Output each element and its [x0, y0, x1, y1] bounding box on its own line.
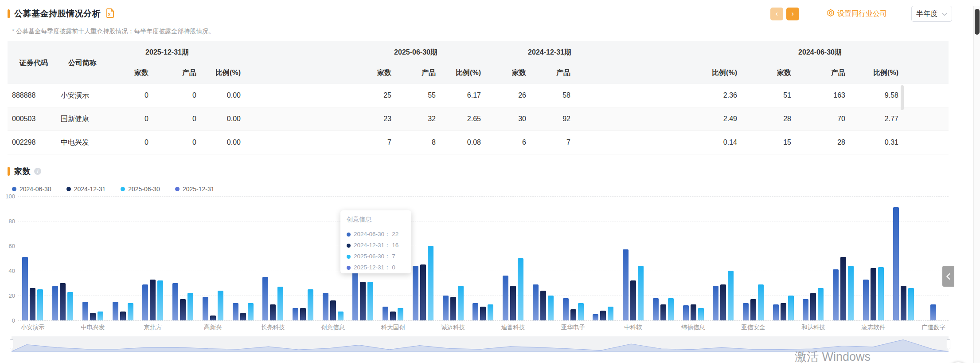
- bar-2024-06-30[interactable]: [773, 304, 779, 320]
- bar-2024-06-30[interactable]: [52, 286, 58, 320]
- bar-2025-06-30[interactable]: [398, 308, 403, 320]
- bar-2024-06-30[interactable]: [893, 207, 899, 320]
- collapse-drawer-button[interactable]: [942, 266, 954, 287]
- bar-2024-06-30[interactable]: [930, 304, 936, 320]
- bar-2024-12-31[interactable]: [390, 312, 396, 320]
- bar-2025-06-30[interactable]: [37, 289, 43, 320]
- bar-2024-12-31[interactable]: [540, 291, 546, 320]
- legend-item-2025-12-31[interactable]: 2025-12-31: [175, 185, 215, 193]
- bar-2024-12-31[interactable]: [570, 309, 576, 320]
- next-page-button[interactable]: ›: [786, 8, 799, 20]
- bar-2024-06-30[interactable]: [623, 249, 629, 320]
- bar-2024-06-30[interactable]: [533, 284, 539, 320]
- bar-2024-06-30[interactable]: [563, 298, 569, 320]
- bar-2024-12-31[interactable]: [150, 280, 156, 320]
- bar-2025-06-30[interactable]: [518, 258, 523, 320]
- bar-2024-12-31[interactable]: [600, 311, 606, 320]
- bar-2024-06-30[interactable]: [743, 303, 749, 320]
- bar-2024-06-30[interactable]: [413, 266, 418, 320]
- bar-2024-06-30[interactable]: [203, 297, 208, 320]
- bar-2025-06-30[interactable]: [367, 282, 373, 320]
- bar-2025-06-30[interactable]: [67, 292, 73, 320]
- bar-2024-12-31[interactable]: [330, 300, 336, 320]
- bar-2024-12-31[interactable]: [420, 264, 426, 320]
- bar-2025-06-30[interactable]: [698, 308, 704, 320]
- table-row[interactable]: 000503国新健康000.0023322.6530922.4928702.77: [8, 107, 949, 131]
- bar-2024-12-31[interactable]: [240, 313, 246, 320]
- bar-2025-06-30[interactable]: [128, 303, 133, 320]
- page-scrollbar-thumb[interactable]: [975, 9, 980, 35]
- bar-2024-06-30[interactable]: [383, 307, 388, 320]
- bar-2024-06-30[interactable]: [233, 303, 238, 320]
- bar-2024-06-30[interactable]: [262, 277, 268, 320]
- bar-2024-12-31[interactable]: [270, 304, 276, 320]
- bar-2024-06-30[interactable]: [503, 276, 508, 320]
- bar-2025-06-30[interactable]: [308, 289, 313, 320]
- bar-2025-06-30[interactable]: [157, 280, 163, 320]
- bar-2024-12-31[interactable]: [750, 299, 756, 320]
- bar-2025-06-30[interactable]: [548, 296, 554, 320]
- bar-2025-06-30[interactable]: [758, 284, 764, 320]
- bar-2024-06-30[interactable]: [443, 296, 449, 320]
- legend-item-2025-06-30[interactable]: 2025-06-30: [121, 185, 160, 193]
- bar-2025-06-30[interactable]: [878, 267, 884, 320]
- bar-2025-06-30[interactable]: [458, 286, 464, 320]
- bar-2025-06-30[interactable]: [187, 293, 193, 320]
- bar-2024-06-30[interactable]: [82, 302, 88, 320]
- bar-2025-06-30[interactable]: [908, 288, 914, 320]
- datazoom-right-handle[interactable]: [947, 339, 950, 349]
- bar-2024-12-31[interactable]: [871, 268, 876, 320]
- bar-2024-06-30[interactable]: [833, 269, 839, 320]
- bar-2024-06-30[interactable]: [683, 305, 689, 320]
- bar-2025-06-30[interactable]: [578, 303, 584, 320]
- bar-2025-06-30[interactable]: [98, 312, 103, 320]
- bar-2024-06-30[interactable]: [803, 299, 808, 320]
- table-row[interactable]: 888888小安演示000.0025556.1726582.36511639.5…: [8, 84, 949, 107]
- bar-2024-06-30[interactable]: [172, 283, 178, 320]
- bar-2024-12-31[interactable]: [450, 297, 456, 320]
- bar-2024-12-31[interactable]: [660, 304, 666, 320]
- bar-2024-12-31[interactable]: [510, 286, 516, 320]
- bar-2024-12-31[interactable]: [360, 282, 366, 320]
- bar-2025-06-30[interactable]: [218, 291, 223, 320]
- bar-2024-12-31[interactable]: [720, 284, 726, 320]
- bar-2024-06-30[interactable]: [113, 302, 118, 320]
- bar-2024-12-31[interactable]: [120, 312, 126, 320]
- bar-2024-12-31[interactable]: [480, 307, 486, 320]
- bar-2024-12-31[interactable]: [691, 304, 696, 320]
- bar-2024-12-31[interactable]: [901, 286, 906, 320]
- bar-2025-06-30[interactable]: [788, 296, 794, 320]
- bar-2024-12-31[interactable]: [60, 283, 66, 320]
- bar-2025-06-30[interactable]: [638, 266, 644, 320]
- bar-2024-12-31[interactable]: [810, 293, 816, 320]
- bar-2025-06-30[interactable]: [248, 303, 254, 320]
- bar-2025-06-30[interactable]: [608, 307, 613, 320]
- bar-2025-06-30[interactable]: [277, 287, 283, 320]
- bar-2024-06-30[interactable]: [863, 280, 869, 320]
- bar-2025-06-30[interactable]: [818, 288, 824, 320]
- bar-2025-06-30[interactable]: [848, 266, 854, 320]
- bar-2024-12-31[interactable]: [300, 308, 306, 320]
- bar-2024-06-30[interactable]: [293, 308, 298, 320]
- bar-2024-12-31[interactable]: [840, 257, 846, 320]
- set-peer-companies-button[interactable]: 设置同行业公司: [827, 9, 887, 19]
- datazoom-left-handle[interactable]: [10, 339, 13, 349]
- bar-2024-06-30[interactable]: [472, 303, 478, 320]
- bar-2024-12-31[interactable]: [90, 313, 96, 320]
- legend-item-2024-06-30[interactable]: 2024-06-30: [12, 185, 51, 193]
- bar-2024-06-30[interactable]: [142, 284, 148, 320]
- bar-2024-12-31[interactable]: [210, 316, 216, 320]
- bar-2024-12-31[interactable]: [781, 303, 786, 320]
- bar-2024-06-30[interactable]: [713, 286, 718, 320]
- bar-2025-06-30[interactable]: [728, 271, 734, 320]
- bar-2025-06-30[interactable]: [428, 246, 433, 320]
- bar-2025-06-30[interactable]: [668, 298, 674, 320]
- bar-2024-12-31[interactable]: [180, 299, 186, 320]
- export-report-icon[interactable]: [106, 8, 114, 20]
- prev-page-button[interactable]: ‹: [770, 8, 783, 20]
- bar-2024-06-30[interactable]: [22, 257, 28, 320]
- bar-2024-06-30[interactable]: [653, 298, 659, 320]
- period-select[interactable]: 半年度: [911, 6, 952, 22]
- page-scrollbar[interactable]: [973, 6, 980, 363]
- bar-2024-06-30[interactable]: [323, 293, 328, 320]
